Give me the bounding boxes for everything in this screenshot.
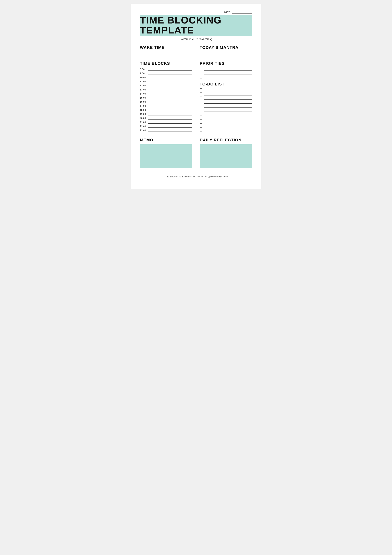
todo-checkbox-9[interactable]: [200, 121, 202, 124]
priority-line-3: [204, 76, 252, 79]
todo-line-8: [204, 117, 252, 120]
time-label-1100: 11:00: [140, 80, 147, 83]
time-line-1700: [148, 104, 192, 107]
todo-row-8: [200, 117, 252, 120]
page: DATE TIME BLOCKING TEMPLATE (WITH DAILY …: [131, 4, 261, 189]
todo-row-6: [200, 109, 252, 112]
time-row: 20:00: [140, 117, 192, 119]
todo-checkbox-2[interactable]: [200, 93, 202, 95]
todo-line-3: [204, 97, 252, 100]
date-label: DATE: [224, 11, 230, 13]
footer-link-ysamphy[interactable]: YSAMPHY.COM: [191, 175, 207, 178]
priority-checkbox-2[interactable]: [200, 72, 202, 74]
date-underline: [232, 11, 252, 14]
time-line-2200: [148, 125, 192, 128]
todo-checkbox-4[interactable]: [200, 101, 202, 103]
todo-checkbox-10[interactable]: [200, 125, 202, 128]
time-label-1900: 19:00: [140, 113, 147, 116]
time-row: 14:00: [140, 92, 192, 95]
todo-line-10: [204, 125, 252, 128]
time-row: 18:00: [140, 108, 192, 111]
time-label-2300: 23:00: [140, 129, 147, 132]
time-label-1000: 10:00: [140, 76, 147, 79]
time-label-900: 9:00: [140, 72, 147, 75]
todo-row-1: [200, 88, 252, 91]
todo-checkbox-11[interactable]: [200, 129, 202, 132]
todo-checkbox-5[interactable]: [200, 105, 202, 107]
date-line: DATE: [140, 11, 252, 14]
time-row: 22:00: [140, 125, 192, 128]
time-row: 12:00: [140, 84, 192, 87]
todo-row-7: [200, 113, 252, 116]
footer-text-part2: , powered by: [207, 175, 221, 178]
todo-checkbox-1[interactable]: [200, 88, 202, 91]
todo-checkbox-3[interactable]: [200, 97, 202, 99]
todo-row-11: [200, 129, 252, 132]
todo-checkbox-7[interactable]: [200, 113, 202, 116]
time-label-2200: 22:00: [140, 125, 147, 128]
todo-checkbox-6[interactable]: [200, 109, 202, 111]
time-line-2100: [148, 121, 192, 124]
time-row: 15:00: [140, 96, 192, 99]
todo-row-2: [200, 93, 252, 95]
time-line-1800: [148, 108, 192, 111]
time-line-1900: [148, 112, 192, 116]
todo-line-5: [204, 105, 252, 108]
time-row: 9:00: [140, 72, 192, 75]
time-line-1600: [148, 100, 192, 103]
time-row: 19:00: [140, 112, 192, 116]
time-row: 17:00: [140, 104, 192, 107]
priorities-title: PRIORITIES: [200, 61, 252, 66]
memo-box: [140, 144, 192, 168]
reflection-section: DAILY REFLECTION: [200, 138, 252, 168]
time-label-1400: 14:00: [140, 93, 147, 95]
footer: Time Blocking Template by YSAMPHY.COM , …: [140, 174, 252, 178]
todo-line-11: [204, 129, 252, 132]
priority-line-1: [204, 68, 252, 71]
time-label-1200: 12:00: [140, 84, 147, 87]
time-row: 16:00: [140, 100, 192, 103]
time-label-800: 8:00: [140, 68, 147, 71]
main-title: TIME BLOCKING TEMPLATE: [140, 15, 251, 35]
time-blocks-section: TIME BLOCKS 8:00 9:00 10:00 11:00 12:00: [140, 61, 192, 133]
blocks-priorities-row: TIME BLOCKS 8:00 9:00 10:00 11:00 12:00: [140, 61, 252, 133]
priority-checkbox-3[interactable]: [200, 76, 202, 79]
time-line-1500: [148, 96, 192, 99]
priority-row-1: [200, 68, 252, 71]
todo-row-4: [200, 101, 252, 104]
time-label-2100: 21:00: [140, 121, 147, 124]
time-row: 13:00: [140, 88, 192, 91]
reflection-title: DAILY REFLECTION: [200, 138, 252, 142]
mantra-section: TODAY'S MANTRA: [200, 45, 252, 58]
mantra-title: TODAY'S MANTRA: [200, 45, 252, 50]
mantra-line: [200, 52, 252, 55]
time-line-900: [148, 72, 192, 75]
memo-section: MEMO: [140, 138, 192, 168]
time-label-1500: 15:00: [140, 97, 147, 99]
time-label-1600: 16:00: [140, 101, 147, 103]
todo-line-1: [204, 88, 252, 91]
todo-line-2: [204, 93, 252, 95]
memo-title: MEMO: [140, 138, 192, 142]
time-line-1000: [148, 76, 192, 79]
todo-checkbox-8[interactable]: [200, 117, 202, 119]
todo-row-3: [200, 97, 252, 100]
priority-checkbox-1[interactable]: [200, 68, 202, 70]
time-row: 10:00: [140, 76, 192, 79]
todo-line-4: [204, 101, 252, 104]
time-line-1400: [148, 92, 192, 95]
time-line-800: [148, 68, 192, 71]
footer-link-canva[interactable]: Canva: [221, 175, 228, 178]
wake-time-line: [140, 52, 192, 55]
subtitle: (WITH DAILY MANTRA): [140, 38, 252, 41]
time-label-1700: 17:00: [140, 105, 147, 107]
priority-line-2: [204, 72, 252, 75]
todo-row-5: [200, 105, 252, 108]
reflection-box: [200, 144, 252, 168]
time-row: 23:00: [140, 129, 192, 132]
time-line-1200: [148, 84, 192, 87]
todo-title: TO-DO LIST: [200, 82, 252, 87]
time-line-1100: [148, 80, 192, 83]
todo-line-6: [204, 109, 252, 112]
time-label-1800: 18:00: [140, 109, 147, 111]
